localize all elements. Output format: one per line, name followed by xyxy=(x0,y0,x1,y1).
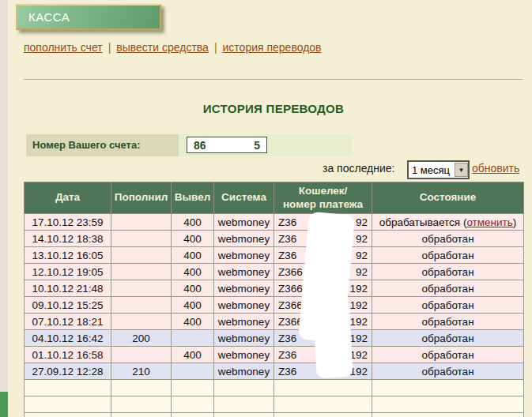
cell-status: обработан xyxy=(372,247,524,264)
nav-separator: | xyxy=(108,41,111,54)
cell-withdraw: 400 xyxy=(172,347,214,363)
cell-system: webmoney xyxy=(214,231,274,247)
cell-empty xyxy=(214,413,274,417)
cell-date: 01.10.12 16:58 xyxy=(25,347,111,363)
cell-withdraw: 400 xyxy=(172,231,214,247)
table-row: 04.10.12 16:42200webmoneyZ365192обработа… xyxy=(25,330,524,347)
cell-withdraw: 400 xyxy=(172,280,214,297)
cell-deposit xyxy=(111,214,172,231)
period-select-value: 1 месяц xyxy=(409,164,455,176)
cell-empty xyxy=(25,413,111,417)
cell-withdraw: 400 xyxy=(172,264,214,280)
col-header-wallet: Кошелек/ номер платежа xyxy=(274,182,372,214)
main-nav: пополнить счет|вывести средства|история … xyxy=(24,41,322,54)
cell-deposit xyxy=(111,347,172,363)
cell-system: webmoney xyxy=(214,347,274,363)
cell-withdraw xyxy=(172,363,214,380)
table-row: 07.10.12 18:21400webmoneyZ3665192обработ… xyxy=(25,314,524,330)
cell-deposit xyxy=(111,264,172,280)
account-number-label: Номер Вашего счета: xyxy=(26,134,179,156)
nav-link-topup[interactable]: пополнить счет xyxy=(24,41,103,54)
cell-system: webmoney xyxy=(214,264,274,280)
col-header-system: Система xyxy=(214,182,274,214)
transfer-history-table: Дата Пополнил Вывел Система Кошелек/ ном… xyxy=(24,182,524,417)
refresh-wrap: обновить xyxy=(472,162,519,175)
col-header-withdraw: Вывел xyxy=(172,182,214,214)
cell-empty xyxy=(372,413,524,417)
cell-deposit xyxy=(111,297,172,314)
cell-date: 07.10.12 18:21 xyxy=(25,314,111,330)
table-row: 01.10.12 16:58400webmoneyZ36192обработан xyxy=(25,347,524,363)
cell-withdraw xyxy=(172,330,214,347)
refresh-link[interactable]: обновить xyxy=(472,162,519,175)
col-header-date: Дата xyxy=(25,182,111,214)
table-row: 14.10.12 18:38400webmoneyZ3692обработан xyxy=(25,231,524,247)
cell-withdraw: 400 xyxy=(172,314,214,330)
cell-empty xyxy=(111,413,172,417)
cell-empty xyxy=(172,413,214,417)
cell-system: webmoney xyxy=(214,247,274,264)
table-row: 10.10.12 21:48400webmoneyZ366192обработа… xyxy=(25,280,524,297)
cell-empty xyxy=(214,396,274,413)
cell-withdraw: 400 xyxy=(172,247,214,264)
cell-date: 10.10.12 21:48 xyxy=(25,280,111,297)
cell-empty xyxy=(111,380,172,396)
nav-link-withdraw[interactable]: вывести средства xyxy=(116,41,209,54)
cell-empty xyxy=(214,380,274,396)
table-row-empty xyxy=(25,380,524,396)
cell-system: webmoney xyxy=(214,297,274,314)
divider-line xyxy=(24,79,523,80)
cell-empty xyxy=(25,396,111,413)
cell-empty xyxy=(25,380,111,396)
cell-date: 17.10.12 23:59 xyxy=(25,214,111,231)
table-row: 12.10.12 19:05400webmoneyZ36692обработан xyxy=(25,264,524,280)
cell-deposit xyxy=(111,280,172,297)
cell-date: 27.09.12 12:28 xyxy=(25,363,111,380)
account-number-suffix: 5 xyxy=(254,139,260,152)
cell-deposit: 210 xyxy=(111,363,172,380)
table-row: 09.10.12 15:25400webmoneyZ3665192обработ… xyxy=(25,297,524,314)
cell-empty xyxy=(372,380,524,396)
cell-system: webmoney xyxy=(214,214,274,231)
cell-status: обработан xyxy=(372,330,524,347)
cell-withdraw: 400 xyxy=(172,297,214,314)
table-row-empty xyxy=(25,396,524,413)
cancel-link[interactable]: отменить xyxy=(466,216,512,228)
table-row: 27.09.12 12:28210webmoneyZ36192обработан xyxy=(25,363,524,380)
cell-status: обработан xyxy=(372,264,524,280)
cell-status: обрабатывается (отменить) xyxy=(372,214,524,231)
cell-system: webmoney xyxy=(214,314,274,330)
period-select[interactable]: 1 месяц ▼ xyxy=(407,160,470,179)
cell-deposit xyxy=(111,231,172,247)
app-title: КАССА xyxy=(28,10,70,24)
cell-deposit xyxy=(111,314,172,330)
table-header-row: Дата Пополнил Вывел Система Кошелек/ ном… xyxy=(25,182,524,214)
cell-status: обработан xyxy=(372,297,524,314)
cell-date: 09.10.12 15:25 xyxy=(25,297,111,314)
nav-link-history[interactable]: история переводов xyxy=(223,41,322,54)
cell-deposit: 200 xyxy=(111,330,172,347)
censor-blob xyxy=(206,138,248,152)
chevron-down-icon[interactable]: ▼ xyxy=(455,163,468,177)
page-left-strip-green xyxy=(0,392,8,417)
account-number-prefix: 86 xyxy=(194,139,206,152)
page-left-strip xyxy=(0,0,8,417)
page-title: ИСТОРИЯ ПЕРЕВОДОВ xyxy=(24,102,523,115)
cell-empty xyxy=(274,380,372,396)
cell-date: 12.10.12 19:05 xyxy=(25,264,111,280)
table-row: 13.10.12 16:05400webmoneyZ3692обработан xyxy=(25,247,524,264)
cell-status: обработан xyxy=(372,280,524,297)
cell-date: 13.10.12 16:05 xyxy=(25,247,111,264)
period-filter-label: за последние: xyxy=(323,162,395,175)
cell-date: 14.10.12 18:38 xyxy=(25,231,111,247)
cell-deposit xyxy=(111,247,172,264)
table-row-empty xyxy=(25,413,524,417)
cell-empty xyxy=(372,396,524,413)
cell-empty xyxy=(274,413,372,417)
kassa-page: КАССА пополнить счет|вывести средства|ис… xyxy=(0,0,532,417)
col-header-deposit: Пополнил xyxy=(111,182,172,214)
cell-system: webmoney xyxy=(214,280,274,297)
app-title-banner: КАССА xyxy=(16,4,161,30)
cell-system: webmoney xyxy=(214,363,274,380)
cell-empty xyxy=(172,396,214,413)
